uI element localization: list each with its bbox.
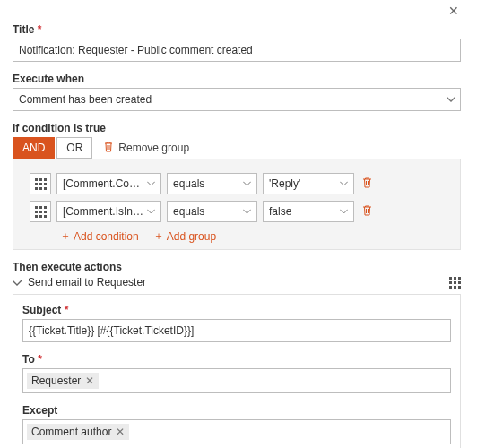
title-label: Title * [13, 23, 461, 36]
to-input[interactable]: Requester ✕ [22, 368, 451, 393]
execute-when-label: Execute when [13, 73, 461, 85]
action-name: Send email to Requester [28, 276, 146, 289]
remove-chip-icon[interactable]: ✕ [116, 426, 125, 438]
except-label: Except [22, 404, 451, 417]
recipient-chip: Comment author ✕ [27, 424, 129, 440]
subject-label: Subject * [22, 304, 451, 316]
execute-when-select[interactable]: Comment has been created [13, 88, 461, 111]
subject-input[interactable] [22, 319, 451, 342]
plus-icon: ＋ [153, 228, 164, 244]
actions-label: Then execute actions [13, 261, 461, 273]
chevron-down-icon [243, 210, 251, 214]
add-condition-button[interactable]: ＋ Add condition [60, 228, 139, 244]
title-input[interactable] [13, 39, 461, 62]
except-input[interactable]: Comment author ✕ [22, 419, 451, 444]
chevron-down-icon[interactable] [13, 276, 22, 289]
tab-or[interactable]: OR [56, 137, 92, 159]
remove-group-button[interactable]: Remove group [103, 141, 189, 155]
drag-handle[interactable] [30, 201, 51, 222]
plus-icon: ＋ [60, 228, 71, 244]
rule-field-select[interactable]: [Comment.IsInitial] [56, 201, 161, 222]
rule-field-select[interactable]: [Comment.CommentTy… [56, 173, 161, 194]
action-editor: Subject * To * Requester ✕ Except Commen… [13, 294, 461, 448]
remove-chip-icon[interactable]: ✕ [85, 375, 94, 387]
recipient-chip: Requester ✕ [27, 373, 99, 389]
drag-handle[interactable] [449, 277, 461, 289]
rule-value-select[interactable]: false [263, 201, 354, 222]
to-label: To * [22, 353, 451, 366]
condition-rule: [Comment.CommentTy… equals Reply [30, 173, 453, 194]
trash-icon [103, 141, 114, 155]
condition-rule: [Comment.IsInitial] equals false [30, 201, 453, 222]
chevron-down-icon [340, 182, 348, 186]
add-group-button[interactable]: ＋ Add group [153, 228, 216, 244]
rule-op-select[interactable]: equals [167, 201, 257, 222]
rule-op-select[interactable]: equals [167, 173, 257, 194]
close-button[interactable]: ✕ [447, 4, 461, 23]
delete-rule-button[interactable] [360, 204, 374, 219]
delete-rule-button[interactable] [360, 177, 374, 191]
chevron-down-icon [340, 210, 348, 214]
drag-handle[interactable] [30, 173, 51, 194]
condition-panel: [Comment.CommentTy… equals Reply [Commen… [13, 159, 461, 250]
tab-and[interactable]: AND [13, 137, 55, 159]
rule-value-select[interactable]: Reply [263, 173, 354, 194]
condition-label: If condition is true [13, 122, 461, 134]
chevron-down-icon [243, 182, 251, 186]
